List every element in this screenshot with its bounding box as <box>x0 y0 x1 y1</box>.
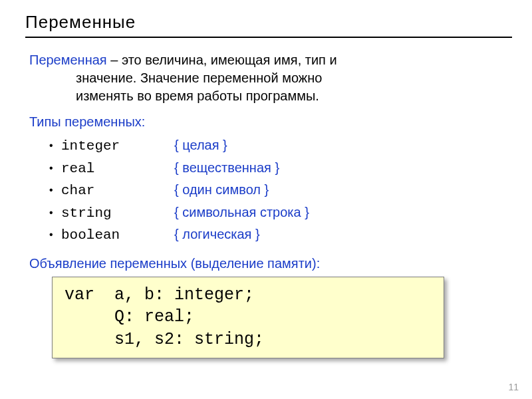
definition-term: Переменная <box>29 53 107 67</box>
page-number: 11 <box>508 382 519 392</box>
type-desc: { вещественная } <box>174 158 279 178</box>
title-rule <box>25 37 512 38</box>
definition-line1: – это величина, имеющая имя, тип и <box>107 53 337 67</box>
code-box: var a, b: integer; Q: real; s1, s2: stri… <box>52 277 444 358</box>
list-item: • real { вещественная } <box>49 158 512 180</box>
type-desc: { один символ } <box>174 180 269 200</box>
definition-line3: изменять во время работы программы. <box>29 87 512 105</box>
list-item: • char { один символ } <box>49 180 512 202</box>
code-line: Q: real; <box>65 306 432 329</box>
code-line: s1, s2: string; <box>65 329 432 351</box>
definition-paragraph: Переменная – это величина, имеющая имя, … <box>29 51 512 105</box>
bullet-icon: • <box>49 160 61 177</box>
list-item: • boolean { логическая } <box>49 224 512 247</box>
types-list: • integer { целая } • real { вещественна… <box>49 135 512 247</box>
slide-title: Переменные <box>25 12 512 37</box>
types-heading: Типы переменных: <box>29 114 512 130</box>
type-desc: { логическая } <box>174 224 260 245</box>
type-name: integer <box>61 136 174 158</box>
list-item: • string { символьная строка } <box>49 202 512 225</box>
declaration-heading: Объявление переменных (выделение памяти)… <box>29 256 512 271</box>
type-name: string <box>61 203 174 225</box>
type-name: char <box>61 180 174 202</box>
type-desc: { целая } <box>174 135 227 156</box>
bullet-icon: • <box>49 138 61 154</box>
type-desc: { символьная строка } <box>174 202 309 223</box>
definition-line2: значение. Значение переменной можно <box>29 69 512 87</box>
bullet-icon: • <box>49 205 61 221</box>
type-name: boolean <box>61 225 174 247</box>
code-line: var a, b: integer; <box>65 284 432 307</box>
bullet-icon: • <box>49 182 61 199</box>
list-item: • integer { целая } <box>49 135 512 158</box>
type-name: real <box>61 158 174 180</box>
bullet-icon: • <box>49 227 61 243</box>
